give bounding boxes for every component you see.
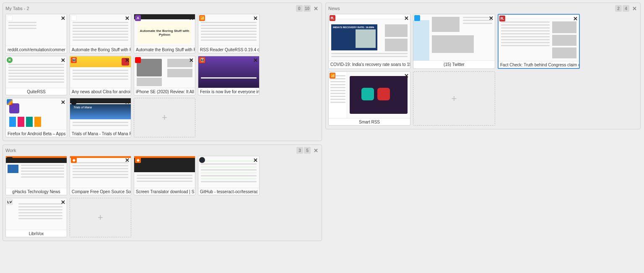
tab-thumbnail: ✕ — [6, 98, 67, 130]
close-icon[interactable]: ✕ — [252, 57, 258, 63]
tab-title: iPhone SE (2020) Review: It All — [134, 88, 195, 95]
group-news: News24✕INDIA'S RECOVERY RATE: 19.89%R.✕C… — [325, 3, 641, 129]
favicon — [135, 57, 141, 63]
tab-title: Smart RSS — [329, 118, 410, 125]
tab-tile[interactable]: Automate the Boring Stuff with PythonA✕A… — [134, 14, 195, 53]
tab-tile[interactable]: 👽✕Any news about Citra for androi — [70, 56, 131, 95]
tab-tile[interactable]: INDIA'S RECOVERY RATE: 19.89%R.✕COVID-19… — [328, 14, 410, 69]
tab-thumbnail: 📶✕ — [329, 72, 410, 118]
favicon — [71, 99, 77, 105]
tab-thumbnail: R.✕ — [499, 15, 579, 61]
group-header: Work35✕ — [5, 147, 319, 154]
tab-tile[interactable]: ✕Automate the Boring Stuff with P — [70, 14, 131, 53]
group-badge[interactable]: 5 — [304, 147, 311, 154]
group-badge[interactable]: 3 — [296, 147, 303, 154]
tab-tile[interactable]: ✕✕QuiteRSS — [5, 56, 67, 95]
tab-title: LibriVox — [6, 230, 67, 237]
tab-title: Any news about Citra for androi — [70, 88, 131, 95]
tab-tile[interactable]: 📶✕RSS Reader QuiteRSS 0.19.4 o — [198, 14, 260, 53]
close-icon[interactable]: ✕ — [60, 57, 66, 63]
tab-tile[interactable]: ✕(15) Twitter — [413, 14, 495, 69]
close-icon[interactable]: ✕ — [60, 99, 66, 105]
add-tab-placeholder[interactable]: + — [134, 98, 195, 137]
tab-title: reddit.com/r/emulation/commer — [6, 46, 67, 53]
tile-container: ✕reddit.com/r/emulation/commer✕Automate … — [5, 14, 319, 137]
group-header: My Tabs - 2010✕ — [5, 5, 319, 12]
tab-tile[interactable]: 📶✕Smart RSS — [328, 71, 410, 126]
tab-title: Fact Check: Truth behind Congress claim … — [499, 61, 579, 68]
tab-title: Firefox for Android Beta – Apps — [6, 130, 67, 137]
close-icon[interactable]: ✕ — [188, 15, 194, 21]
close-icon[interactable]: ✕ — [488, 15, 494, 21]
tab-tile[interactable]: ✕iPhone SE (2020) Review: It All — [134, 56, 195, 95]
favicon: ◆ — [135, 157, 141, 163]
favicon: R. — [499, 16, 505, 21]
tab-title: (15) Twitter — [413, 60, 495, 68]
group-work: Work35✕✕gHacks Technology News◆✕Compare … — [3, 144, 322, 241]
add-tab-placeholder[interactable]: + — [70, 198, 131, 237]
tab-tile[interactable]: ✕gHacks Technology News — [5, 156, 67, 195]
favicon: 📶 — [199, 15, 205, 21]
tab-thumbnail: ✕ — [70, 14, 131, 46]
tab-tile[interactable]: ◆✕Compare Free Open Source So — [70, 156, 131, 195]
tab-tile[interactable]: R.✕Fact Check: Truth behind Congress cla… — [498, 14, 580, 69]
tab-tile[interactable]: ✕reddit.com/r/emulation/commer — [5, 14, 67, 53]
group-badge[interactable]: 4 — [623, 5, 629, 12]
tab-thumbnail: ◆✕ — [70, 156, 131, 188]
add-tab-placeholder[interactable]: + — [413, 71, 495, 126]
favicon — [7, 99, 13, 105]
tab-title: gHacks Technology News — [6, 188, 67, 195]
tab-title: Fenix is now live for everyone in — [198, 88, 259, 95]
favicon: 👽 — [199, 57, 205, 63]
tab-tile[interactable]: LV✕LibriVox — [5, 198, 67, 237]
tab-title: Screen Translator download | S — [134, 188, 195, 195]
close-icon[interactable]: ✕ — [403, 15, 409, 21]
group-badge[interactable]: 0 — [296, 5, 303, 12]
tab-title: Automate the Boring Stuff with P — [134, 46, 195, 53]
group-title: News — [328, 6, 614, 11]
close-icon[interactable]: ✕ — [124, 157, 130, 163]
close-icon[interactable]: ✕ — [60, 15, 66, 21]
tab-tile[interactable]: 👽✕Fenix is now live for everyone in — [198, 56, 260, 95]
close-icon[interactable]: ✕ — [124, 15, 130, 21]
tab-title: Compare Free Open Source So — [70, 188, 131, 195]
close-icon[interactable]: ✕ — [252, 15, 258, 21]
close-icon[interactable]: ✕ — [124, 57, 130, 63]
tab-title: COVID-19: India's recovery rate soars to… — [329, 60, 410, 68]
favicon: A — [135, 15, 141, 21]
close-icon[interactable]: ✕ — [252, 157, 258, 163]
tab-thumbnail: 👽✕ — [198, 56, 259, 88]
tab-thumbnail: ✕ — [6, 14, 67, 46]
tab-tile[interactable]: ◆✕Screen Translator download | S — [134, 156, 195, 195]
close-icon[interactable]: ✕ — [312, 5, 319, 12]
close-icon[interactable]: ✕ — [124, 99, 130, 105]
close-icon[interactable]: ✕ — [188, 157, 194, 163]
tab-thumbnail: ✕✕ — [6, 56, 67, 88]
favicon: ◆ — [71, 157, 77, 163]
group-mytabs: My Tabs - 2010✕✕reddit.com/r/emulation/c… — [3, 3, 322, 141]
favicon: R. — [330, 15, 335, 21]
tab-title: GitHub - tesseract-ocr/tesserac — [198, 188, 259, 195]
favicon — [71, 15, 77, 21]
tab-thumbnail: LV✕ — [6, 198, 67, 230]
tab-tile[interactable]: ✕GitHub - tesseract-ocr/tesserac — [198, 156, 260, 195]
favicon — [414, 15, 420, 21]
close-icon[interactable]: ✕ — [312, 147, 319, 154]
tab-title: Trials of Mana - Trials of Mana P — [70, 130, 131, 137]
group-badge[interactable]: 10 — [304, 5, 311, 12]
tab-thumbnail: Automate the Boring Stuff with PythonA✕ — [134, 14, 195, 46]
tab-tile[interactable]: ✕Firefox for Android Beta – Apps — [5, 98, 67, 137]
group-title: Work — [5, 148, 296, 153]
group-badge[interactable]: 2 — [615, 5, 622, 12]
close-icon[interactable]: ✕ — [60, 199, 66, 205]
close-icon[interactable]: ✕ — [60, 157, 66, 163]
close-icon[interactable]: ✕ — [188, 57, 194, 63]
close-icon[interactable]: ✕ — [631, 5, 638, 12]
close-icon[interactable]: ✕ — [403, 73, 409, 79]
tab-thumbnail: ◆✕ — [134, 156, 195, 188]
favicon — [7, 157, 13, 163]
close-icon[interactable]: ✕ — [572, 16, 578, 21]
tab-thumbnail: ✕ — [6, 156, 67, 188]
tile-container: ✕gHacks Technology News◆✕Compare Free Op… — [5, 156, 319, 237]
tab-tile[interactable]: Trials of Mana✕Trials of Mana - Trials o… — [70, 98, 131, 137]
